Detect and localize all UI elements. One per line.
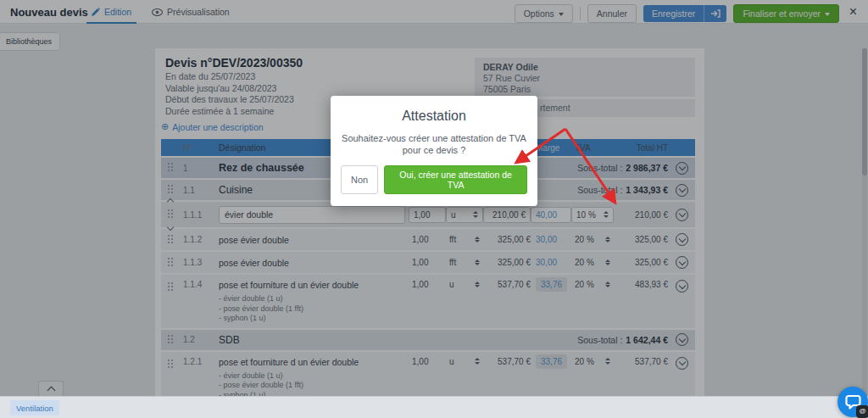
modal-message: Souhaitez-vous créer une attestation de … [341,133,527,156]
app-window: Nouveau devis Edition Prévisualisation O… [0,0,868,418]
modal-no-button[interactable]: Non [341,165,378,194]
bottom-bar: Ventilation [0,396,868,418]
modal-yes-button[interactable]: Oui, créer une attestation de TVA [384,165,527,194]
cursor-badge-icon: @ [856,405,868,418]
ventilation-button[interactable]: Ventilation [10,400,59,415]
attestation-modal: Attestation Souhaitez-vous créer une att… [331,96,537,206]
modal-title: Attestation [341,109,527,124]
